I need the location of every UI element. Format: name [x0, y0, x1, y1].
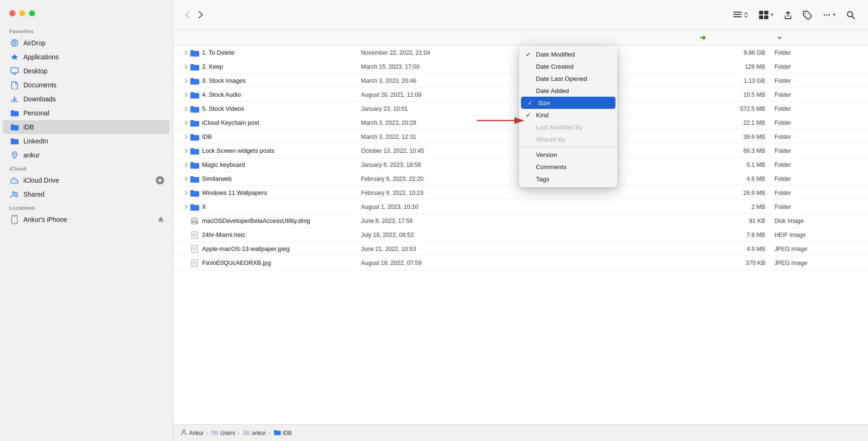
- expand-arrow[interactable]: [182, 64, 190, 70]
- forward-button[interactable]: [195, 9, 206, 21]
- menu-item-version[interactable]: Version: [519, 149, 617, 161]
- menu-item-date-modified[interactable]: ✓Date Modified: [519, 48, 617, 60]
- expand-arrow[interactable]: [182, 106, 190, 112]
- check-size: ✓: [528, 100, 535, 107]
- eject-icon[interactable]: [158, 216, 164, 224]
- sidebar-section-label: iCloud: [0, 162, 173, 173]
- desktop-label: Desktop: [23, 67, 47, 75]
- menu-item-comments[interactable]: Comments: [519, 161, 617, 173]
- file-type-icon: [190, 174, 199, 184]
- file-type-icon: [190, 62, 199, 71]
- idb-icon: [10, 123, 19, 131]
- svg-rect-14: [159, 221, 163, 222]
- search-button[interactable]: [843, 8, 859, 22]
- col-kind-header[interactable]: [774, 36, 868, 40]
- file-size: 39.6 MB: [700, 134, 774, 140]
- share-button[interactable]: [781, 8, 796, 22]
- file-size: 2 MB: [700, 204, 774, 210]
- back-button[interactable]: [182, 9, 193, 21]
- expand-arrow[interactable]: [182, 162, 190, 168]
- file-row[interactable]: 24hr-Miami.heicJuly 18, 2022, 08:527.8 M…: [173, 228, 868, 242]
- menu-label-date-added: Date Added: [536, 87, 611, 94]
- sidebar-item-ankurs-iphone[interactable]: Ankur's iPhone: [3, 213, 170, 227]
- expand-arrow[interactable]: [182, 78, 190, 84]
- sidebar-item-downloads[interactable]: Downloads: [3, 92, 170, 106]
- desktop-icon: [10, 67, 19, 75]
- file-size: 370 KB: [700, 260, 774, 266]
- more-dropdown-icon: ▾: [833, 12, 836, 18]
- ankurs-iphone-icon: [10, 215, 19, 224]
- sidebar-item-idb[interactable]: iDB: [3, 120, 170, 134]
- more-button[interactable]: ▾: [819, 8, 839, 22]
- file-type-icon: [190, 118, 199, 128]
- file-size: 9.96 GB: [700, 50, 774, 56]
- list-view-button[interactable]: [730, 9, 752, 21]
- applications-icon: [10, 53, 19, 61]
- file-size: 91 KB: [700, 218, 774, 224]
- ankur-label: ankur: [23, 151, 40, 159]
- tag-button[interactable]: [799, 8, 815, 22]
- minimize-button[interactable]: [19, 10, 25, 16]
- file-size: 22.1 MB: [700, 120, 774, 126]
- sidebar-item-personal[interactable]: Personal: [3, 106, 170, 120]
- grid-view-button[interactable]: ▾: [756, 8, 777, 21]
- file-row[interactable]: Apple-macOS-13-wallpaper.jpegJune 21, 20…: [173, 242, 868, 256]
- file-type-icon: [190, 48, 199, 57]
- file-row[interactable]: Windows 11 WallpapersFebruary 9, 2022, 1…: [173, 186, 868, 200]
- shared-icon: [10, 190, 19, 199]
- menu-item-tags[interactable]: Tags: [519, 173, 617, 185]
- column-headers: ➜: [173, 30, 868, 46]
- close-button[interactable]: [9, 10, 15, 16]
- file-row[interactable]: dmgmacOSDeveloperBetaAccessUtility.dmgJu…: [173, 214, 868, 228]
- expand-arrow[interactable]: [182, 176, 190, 182]
- maximize-button[interactable]: [29, 10, 35, 16]
- sort-icon: [743, 12, 749, 18]
- expand-arrow[interactable]: [182, 50, 190, 56]
- sidebar-item-ankur[interactable]: ankur: [3, 148, 170, 162]
- file-row[interactable]: FaVoE0QUcAEORXB.jpgAugust 18, 2022, 07:5…: [173, 256, 868, 270]
- sidebar-item-icloud-drive[interactable]: iCloud Drive: [3, 173, 170, 187]
- menu-item-date-added[interactable]: Date Added: [519, 85, 617, 97]
- expand-arrow[interactable]: [182, 190, 190, 196]
- sidebar-item-applications[interactable]: Applications: [3, 50, 170, 64]
- expand-arrow[interactable]: [182, 148, 190, 154]
- list-icon: [733, 11, 742, 19]
- grid-icon: [759, 11, 769, 19]
- breadcrumb-users[interactable]: Users: [211, 429, 235, 437]
- breadcrumb-ankur[interactable]: ankur: [243, 429, 266, 437]
- expand-arrow[interactable]: [182, 120, 190, 126]
- sidebar-item-desktop[interactable]: Desktop: [3, 64, 170, 78]
- airdrop-label: AirDrop: [23, 39, 45, 47]
- menu-item-date-created[interactable]: Date Created: [519, 60, 617, 72]
- col-size-header[interactable]: ➜: [700, 33, 774, 42]
- menu-label-kind: Kind: [536, 112, 611, 119]
- file-kind: Folder: [774, 190, 868, 196]
- menu-item-date-last-opened[interactable]: Date Last Opened: [519, 72, 617, 85]
- svg-rect-16: [733, 14, 742, 15]
- sidebar-item-shared[interactable]: Shared: [3, 187, 170, 201]
- expand-arrow[interactable]: [182, 134, 190, 140]
- menu-label-size: Size: [538, 100, 609, 107]
- file-type-icon: [190, 104, 199, 114]
- sidebar-item-documents[interactable]: Documents: [3, 78, 170, 92]
- sidebar-item-airdrop[interactable]: AirDrop: [3, 36, 170, 50]
- menu-item-size[interactable]: ✓Size: [521, 97, 615, 109]
- file-name: Magic keyboard: [202, 161, 361, 168]
- file-row[interactable]: XAugust 1, 2023, 10:102 MBFolder: [173, 200, 868, 214]
- status-bar: Ankur›Users›ankur›iDB: [173, 424, 868, 441]
- file-type-icon: [190, 76, 199, 85]
- file-date: February 9, 2022, 10:23: [361, 190, 700, 196]
- breadcrumb-ankur[interactable]: Ankur: [181, 429, 203, 437]
- file-date: June 8, 2023, 17:58: [361, 218, 700, 224]
- menu-item-kind[interactable]: ✓Kind: [519, 109, 617, 121]
- breadcrumb-idb[interactable]: iDB: [274, 429, 292, 437]
- svg-rect-21: [764, 15, 768, 19]
- sidebar: FavoritesAirDropApplicationsDesktopDocum…: [0, 0, 173, 441]
- expand-arrow[interactable]: [182, 204, 190, 210]
- icloud-drive-icon: [10, 176, 19, 185]
- menu-label-date-last-opened: Date Last Opened: [536, 75, 611, 82]
- expand-arrow[interactable]: [182, 92, 190, 98]
- sidebar-section-label: Locations: [0, 201, 173, 213]
- breadcrumb-separator: ›: [206, 430, 208, 436]
- sidebar-item-linkedin[interactable]: LinkedIn: [3, 134, 170, 148]
